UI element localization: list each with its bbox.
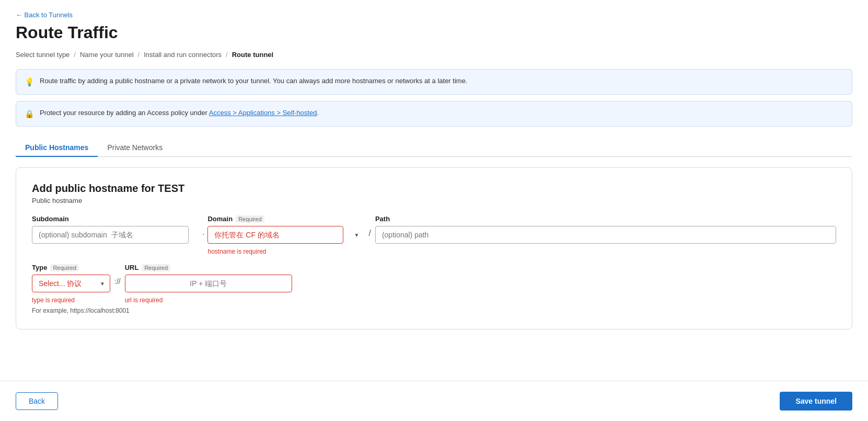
type-select-wrapper: Select... 协议 HTTP HTTPS SSH RDP SMB TCP … (32, 275, 110, 292)
domain-chevron-icon: ▼ (354, 232, 360, 238)
card-subtitle: Public hostname (32, 197, 836, 204)
slash-separator: / (364, 229, 375, 238)
type-label: Type Required (32, 264, 110, 271)
save-tunnel-button[interactable]: Save tunnel (780, 392, 852, 411)
type-required-badge: Required (50, 264, 79, 271)
example-text: For example, https://localhost:8001 (32, 307, 836, 314)
access-link[interactable]: Access > Applications > Self-hosted (209, 109, 317, 117)
lightbulb-icon: 💡 (25, 77, 34, 87)
tab-public-hostnames[interactable]: Public Hostnames (16, 139, 98, 157)
back-to-tunnels-link[interactable]: ← Back to Tunnels (16, 11, 73, 19)
domain-error-text: hostname is required (207, 248, 364, 255)
type-group: Type Required Select... 协议 HTTP HTTPS SS… (32, 264, 110, 304)
breadcrumb-step-3: Install and run connectors (144, 51, 222, 59)
type-error-text: type is required (32, 297, 110, 304)
breadcrumb-sep-1: / (74, 51, 76, 59)
domain-select[interactable]: 你托管在 CF 的域名 (207, 226, 343, 244)
domain-select-wrapper: 你托管在 CF 的域名 ▼ (207, 226, 364, 244)
dot-separator: · (199, 230, 207, 239)
domain-group: Domain Required 你托管在 CF 的域名 ▼ hostname i… (207, 215, 364, 255)
card-title: Add public hostname for TEST (32, 183, 836, 195)
lock-banner: 🔒 Protect your resource by adding an Acc… (16, 101, 852, 127)
url-input[interactable] (125, 275, 292, 292)
url-error-text: url is required (125, 297, 292, 304)
domain-required-badge: Required (236, 215, 264, 223)
domain-label: Domain Required (207, 215, 364, 223)
breadcrumb-sep-2: / (138, 51, 140, 59)
hostname-row: Subdomain · Domain Required 你托管在 CF 的域名 … (32, 215, 836, 255)
back-button[interactable]: Back (16, 392, 58, 410)
page-title: Route Traffic (16, 23, 852, 42)
tab-private-networks[interactable]: Private Networks (98, 139, 172, 157)
url-label: URL Required (125, 264, 292, 271)
info-banner-text: Route traffic by adding a public hostnam… (40, 77, 468, 85)
breadcrumb-step-4: Route tunnel (232, 51, 273, 59)
lock-icon: 🔒 (25, 109, 34, 119)
info-banner: 💡 Route traffic by adding a public hostn… (16, 69, 852, 95)
type-url-row: Type Required Select... 协议 HTTP HTTPS SS… (32, 264, 836, 304)
url-required-badge: Required (142, 264, 170, 271)
path-group: Path (375, 215, 836, 244)
subdomain-input[interactable] (32, 226, 189, 244)
footer: Back Save tunnel (0, 381, 868, 421)
url-group: URL Required url is required (125, 264, 292, 304)
breadcrumb: Select tunnel type / Name your tunnel / … (16, 51, 852, 59)
breadcrumb-sep-3: / (226, 51, 228, 59)
type-select[interactable]: Select... 协议 HTTP HTTPS SSH RDP SMB TCP … (32, 275, 110, 292)
path-input[interactable] (375, 226, 836, 244)
tabs-row: Public Hostnames Private Networks (16, 139, 852, 157)
add-hostname-card: Add public hostname for TEST Public host… (16, 167, 852, 329)
protocol-separator: :// (110, 277, 125, 286)
breadcrumb-step-1: Select tunnel type (16, 51, 70, 59)
subdomain-group: Subdomain (32, 215, 199, 244)
lock-banner-text: Protect your resource by adding an Acces… (40, 109, 319, 117)
path-label: Path (375, 215, 836, 223)
subdomain-label: Subdomain (32, 215, 199, 223)
breadcrumb-step-2: Name your tunnel (80, 51, 134, 59)
